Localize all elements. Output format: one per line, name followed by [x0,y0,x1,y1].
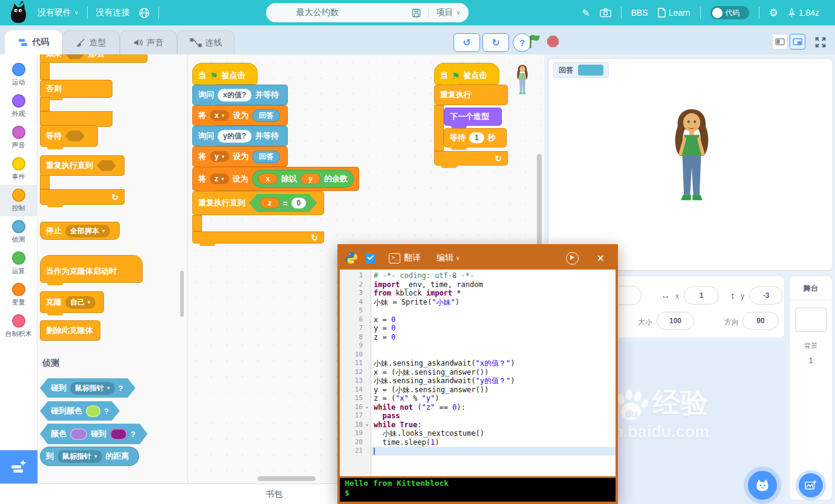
add-backdrop-button[interactable] [799,473,823,497]
block-ask-x-and-wait[interactable]: 询问 x的值? 并等待 [192,85,288,105]
y-position-input[interactable]: -3 [749,286,783,305]
category-sensing[interactable]: 侦测 [0,216,37,248]
mod-operator-block[interactable]: x 除以 y 的余数 [252,170,354,188]
variable-dropdown[interactable]: x▾ [210,110,229,121]
block-stop[interactable]: 停止 全部脚本▾ [40,222,120,240]
code-line-8[interactable]: 8z = 0 [340,333,616,342]
number-input[interactable]: 0 [291,198,307,208]
variable-dropdown[interactable]: y▾ [210,151,229,162]
block-set-x-to-answer[interactable]: 将 x▾ 设为 回答 [192,105,288,126]
block-delete-clone[interactable]: 删除此克隆体 [40,320,100,341]
sprite-girl-image[interactable] [664,101,719,222]
undo-button[interactable]: ↺ [453,33,480,52]
category-sound[interactable]: 声音 [0,122,37,153]
save-icon[interactable] [412,8,421,18]
block-repeat-until-z[interactable]: 重复执行直到 z = 0 [192,191,324,215]
code-line-15[interactable]: 15z = ("x" % "y") [340,394,616,403]
stage-selector-panel[interactable]: 舞台 背景 1 [789,276,833,500]
small-stage-layout-button[interactable] [772,34,788,50]
block-if-else-else[interactable]: 否则 [40,80,112,98]
variable-dropdown[interactable]: z▾ [210,173,229,184]
answer-reporter[interactable]: 回答 [252,150,280,163]
python-window-titlebar[interactable]: >_ 翻译 编辑 ∨ ✕ [340,247,616,270]
block-forever-bottom[interactable]: ↻ [434,151,508,166]
code-line-4[interactable]: 4小妹 = Sprite("小妹") [340,298,616,307]
block-when-flag-clicked[interactable]: 当 ⚑ 被点击 [192,63,258,85]
fullscreen-button[interactable] [811,33,830,51]
code-line-10[interactable]: 10 [340,351,616,360]
project-menu[interactable]: 项目 ∨ [436,7,460,18]
tab-wiring[interactable]: 连线 [177,30,235,54]
condition-slot[interactable] [65,131,85,141]
clone-option-dropdown[interactable]: 自己▾ [65,296,96,309]
category-control[interactable]: 控制 [0,185,37,216]
code-line-19[interactable]: 19 小妹.looks_nextcostume() [340,429,616,438]
distance-option-dropdown[interactable]: 鼠标指针▾ [57,450,102,463]
stop-button[interactable] [547,36,559,47]
code-line-7[interactable]: 7y = 0 [340,324,616,333]
green-flag-button[interactable] [528,34,542,49]
block-if-else-top[interactable]: 如果那么 [40,54,148,63]
equals-operator-block[interactable]: z = 0 [249,194,317,212]
code-line-11[interactable]: 11小妹.sensing_askandwait("x的值？") [340,359,616,368]
code-line-13[interactable]: 13小妹.sensing_askandwait("y的值？") [340,376,616,386]
project-name[interactable]: 最大公约数 [275,7,412,18]
code-line-21[interactable]: 21 [340,447,616,456]
python-terminal[interactable]: Hello from Kittenblock$ [340,476,616,502]
learn-link[interactable]: Learn [658,8,690,18]
x-position-input[interactable]: 1 [684,286,719,305]
condition-slot[interactable] [65,54,85,59]
block-repeat-until-bottom[interactable]: ↻ [40,189,125,205]
variable-z-reporter[interactable]: z [260,198,279,208]
globe-icon[interactable] [138,7,150,19]
code-mode-toggle[interactable]: 代码 [710,6,749,19]
connection-status[interactable]: 没有连接 [96,7,130,18]
variable-x-reporter[interactable]: x [258,173,278,184]
tab-costumes[interactable]: 造型 [62,30,120,54]
code-line-6[interactable]: 6x = 0 [340,315,616,325]
variable-y-reporter[interactable]: y [301,173,320,184]
block-wait-until[interactable]: 等待 [40,125,98,147]
wait-seconds-input[interactable]: 1 [469,132,484,143]
camera-icon[interactable] [600,8,611,18]
block-set-y-to-answer[interactable]: 将 y▾ 设为 回答 [192,146,288,167]
ask-text-input[interactable]: x的值? [218,89,252,102]
category-looks[interactable]: 外观 [0,91,37,122]
palette-scrollbar[interactable] [180,271,184,317]
answer-reporter[interactable]: 回答 [252,109,280,122]
color-picker-slot[interactable] [86,405,100,417]
code-line-1[interactable]: 1# -*- coding: utf-8 -*- [340,271,616,280]
script-horizontal-scrollbar[interactable] [258,476,316,481]
block-distance-to[interactable]: 到 鼠标指针▾ 的距离 [40,447,139,466]
category-motion[interactable]: 运动 [0,59,37,91]
block-touching[interactable]: 碰到 鼠标指针▾ ? [40,378,135,398]
block-color-touching-color[interactable]: 颜色 碰到 ? [40,424,148,444]
bbs-link[interactable]: BBS [631,8,648,18]
code-line-18[interactable]: 18▾while True: [340,421,616,430]
block-repeat-until-bottom[interactable]: ↻ [192,231,324,244]
category-operators[interactable]: 运算 [0,248,37,279]
hardware-menu[interactable]: 没有硬件 ∨ [37,7,79,18]
block-wait-seconds[interactable]: 等待 1 秒 [444,128,507,147]
category-myblocks[interactable]: 自制积木 [0,311,37,342]
answer-monitor[interactable]: 回答 [553,62,609,78]
block-repeat-until[interactable]: 重复执行直到 [40,155,125,176]
edit-pencil-icon[interactable]: ✎ [582,7,590,19]
code-line-16[interactable]: 16▾while not ("z" == 0): [340,403,616,412]
code-line-5[interactable]: 5 [340,306,616,315]
block-when-clone-start[interactable]: 当作为克隆体启动时 [40,255,143,283]
tab-code[interactable]: 代码 [5,30,62,54]
direction-input[interactable]: 90 [742,312,779,330]
backdrop-thumbnail[interactable] [795,308,827,332]
block-next-costume[interactable]: 下一个造型 [444,108,502,126]
size-input[interactable]: 100 [657,312,694,330]
block-ask-y-and-wait[interactable]: 询问 y的值? 并等待 [192,126,288,146]
stage[interactable]: 回答 [548,58,833,271]
default-stage-layout-button[interactable] [790,34,805,50]
kitten-logo-icon[interactable] [7,1,29,25]
add-extension-button[interactable] [0,450,37,483]
code-line-17[interactable]: 17 pass [340,412,616,421]
stop-option-dropdown[interactable]: 全部脚本▾ [65,225,110,237]
condition-slot[interactable] [97,160,116,171]
code-line-2[interactable]: 2import _env, time, random [340,280,616,289]
